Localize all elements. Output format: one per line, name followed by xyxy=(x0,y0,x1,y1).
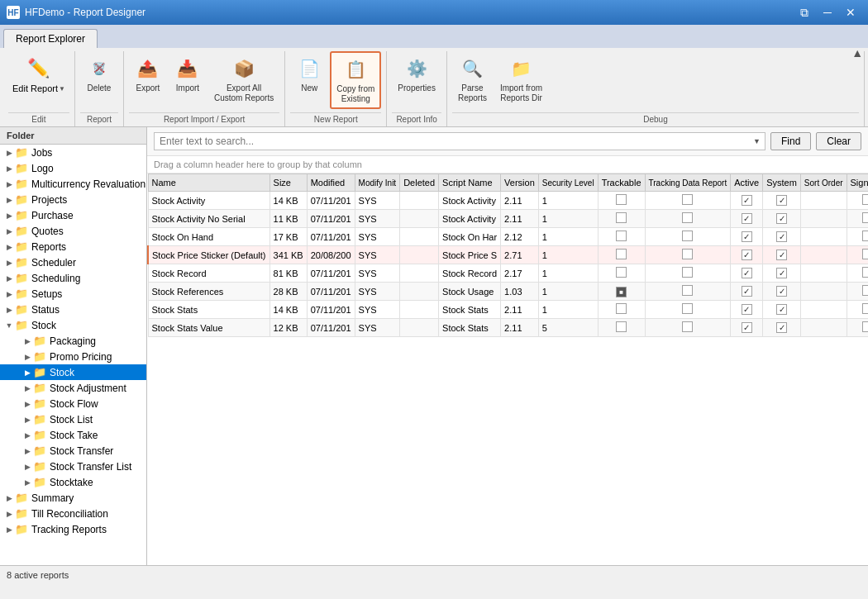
checkbox[interactable] xyxy=(776,250,787,260)
sidebar-item-stock-flow[interactable]: ▶ 📁 Stock Flow xyxy=(0,396,146,411)
col-trackable[interactable]: Trackable xyxy=(598,174,645,192)
checkbox[interactable] xyxy=(862,267,868,278)
col-name[interactable]: Name xyxy=(148,174,269,192)
checkbox[interactable] xyxy=(776,195,787,206)
checkbox[interactable] xyxy=(616,249,627,259)
checkbox[interactable] xyxy=(862,231,868,241)
checkbox[interactable] xyxy=(776,304,787,315)
checkbox[interactable] xyxy=(742,268,752,278)
delete-button[interactable]: ✕🗑️ Delete xyxy=(80,51,118,97)
import-button[interactable]: 📥 Import xyxy=(169,51,207,97)
checkbox[interactable] xyxy=(862,321,868,332)
sidebar-item-packaging[interactable]: ▶ 📁 Packaging xyxy=(0,333,146,349)
checkbox[interactable] xyxy=(776,322,787,333)
col-modify-init[interactable]: Modify Init xyxy=(355,174,400,192)
sidebar-item-summary[interactable]: ▶ 📁 Summary xyxy=(0,490,146,506)
import-from-reports-dir-button[interactable]: 📁 Import fromReports Dir xyxy=(494,51,548,107)
checkbox[interactable] xyxy=(682,249,693,259)
table-row[interactable]: Stock Activity14 KB07/11/201SYSStock Act… xyxy=(148,192,868,210)
checkbox[interactable] xyxy=(616,194,627,205)
col-sort-order[interactable]: Sort Order xyxy=(800,174,847,192)
col-active[interactable]: Active xyxy=(731,174,763,192)
sidebar-item-jobs[interactable]: ▶ 📁 Jobs xyxy=(0,145,146,160)
minimize-btn[interactable]: ─ xyxy=(817,4,838,21)
sidebar-item-promo-pricing[interactable]: ▶ 📁 Promo Pricing xyxy=(0,349,146,364)
checkbox[interactable] xyxy=(862,212,868,223)
checkbox[interactable] xyxy=(616,321,627,332)
checkbox[interactable] xyxy=(682,194,693,205)
checkbox[interactable] xyxy=(616,231,627,241)
checkbox[interactable] xyxy=(862,303,868,314)
sidebar-item-projects[interactable]: ▶ 📁 Projects xyxy=(0,192,146,207)
sidebar-item-purchase[interactable]: ▶ 📁 Purchase xyxy=(0,207,146,223)
tab-report-explorer[interactable]: Report Explorer xyxy=(3,29,98,48)
col-security-level[interactable]: Security Level xyxy=(538,174,598,192)
col-modified[interactable]: Modified xyxy=(307,174,355,192)
checkbox[interactable] xyxy=(776,268,787,278)
col-system[interactable]: System xyxy=(763,174,801,192)
checkbox[interactable] xyxy=(742,286,752,297)
checkbox[interactable] xyxy=(616,212,627,223)
checkbox[interactable] xyxy=(862,194,868,205)
checkbox[interactable] xyxy=(742,213,752,224)
restore-btn[interactable]: ⧉ xyxy=(794,4,815,21)
export-all-custom-button[interactable]: 📦 Export AllCustom Reports xyxy=(208,51,279,107)
table-row[interactable]: Stock Activity No Serial11 KB07/11/201SY… xyxy=(148,210,868,228)
checkbox[interactable] xyxy=(776,231,787,242)
sidebar-item-reports[interactable]: ▶ 📁 Reports xyxy=(0,239,146,254)
col-script-name[interactable]: Script Name xyxy=(439,174,501,192)
checkbox[interactable] xyxy=(862,285,868,296)
checkbox[interactable] xyxy=(616,303,627,314)
col-deleted[interactable]: Deleted xyxy=(400,174,439,192)
sidebar-item-scheduler[interactable]: ▶ 📁 Scheduler xyxy=(0,254,146,270)
find-button[interactable]: Find xyxy=(770,132,811,150)
col-version[interactable]: Version xyxy=(501,174,539,192)
edit-report-button[interactable]: ✏️ Edit Report ▼ xyxy=(8,51,69,97)
sidebar-item-stock-list[interactable]: ▶ 📁 Stock List xyxy=(0,411,146,427)
checkbox[interactable] xyxy=(682,267,693,278)
clear-button[interactable]: Clear xyxy=(816,132,861,150)
sidebar-item-quotes[interactable]: ▶ 📁 Quotes xyxy=(0,223,146,239)
sidebar-item-stock[interactable]: ▼ 📁 Stock xyxy=(0,317,146,333)
checkbox[interactable] xyxy=(616,267,627,278)
table-row[interactable]: Stock Stats Value12 KB07/11/201SYSStock … xyxy=(148,319,868,337)
sidebar-item-stock-adjustment[interactable]: ▶ 📁 Stock Adjustment xyxy=(0,380,146,396)
export-button[interactable]: 📤 Export xyxy=(129,51,167,97)
checkbox[interactable] xyxy=(742,322,752,333)
sidebar-item-stock-take[interactable]: ▶ 📁 Stock Take xyxy=(0,427,146,443)
ribbon-collapse-button[interactable]: ▲ xyxy=(851,46,863,59)
checkbox[interactable] xyxy=(742,250,752,260)
checkbox[interactable] xyxy=(776,213,787,224)
report-table[interactable]: Name Size Modified Modify Init Deleted S… xyxy=(147,174,868,565)
col-size[interactable]: Size xyxy=(269,174,307,192)
checkbox[interactable] xyxy=(742,231,752,242)
table-row[interactable]: Stock Price Sticker (Default)341 KB20/08… xyxy=(148,246,868,264)
sidebar-item-tracking-reports[interactable]: ▶ 📁 Tracking Reports xyxy=(0,521,146,537)
table-row[interactable]: Stock Record81 KB07/11/201SYSStock Recor… xyxy=(148,264,868,283)
sidebar-item-logo[interactable]: ▶ 📁 Logo xyxy=(0,160,146,176)
new-button[interactable]: 📄 New xyxy=(290,51,328,97)
sidebar-item-stock-transfer[interactable]: ▶ 📁 Stock Transfer xyxy=(0,443,146,459)
table-row[interactable]: Stock Stats14 KB07/11/201SYSStock Stats2… xyxy=(148,301,868,319)
checkbox[interactable] xyxy=(742,304,752,315)
sidebar-item-stock-sub[interactable]: ▶ 📁 Stock xyxy=(0,364,146,380)
sidebar-item-status[interactable]: ▶ 📁 Status xyxy=(0,302,146,317)
checkbox[interactable] xyxy=(862,249,868,259)
checkbox[interactable] xyxy=(742,195,752,206)
checkbox[interactable] xyxy=(682,303,693,314)
search-input[interactable] xyxy=(154,132,765,150)
checkbox[interactable] xyxy=(682,285,693,296)
sidebar-item-stocktake[interactable]: ▶ 📁 Stocktake xyxy=(0,474,146,490)
checkbox[interactable] xyxy=(682,321,693,332)
sidebar-item-setups[interactable]: ▶ 📁 Setups xyxy=(0,286,146,302)
checkbox[interactable] xyxy=(616,287,627,297)
sidebar-item-till-reconciliation[interactable]: ▶ 📁 Till Reconciliation xyxy=(0,506,146,521)
checkbox[interactable] xyxy=(682,212,693,223)
copy-from-existing-button[interactable]: 📋 Copy fromExisting xyxy=(330,51,381,109)
close-btn[interactable]: ✕ xyxy=(840,4,861,21)
table-row[interactable]: Stock References28 KB07/11/201SYSStock U… xyxy=(148,283,868,301)
col-signable[interactable]: Signable xyxy=(847,174,868,192)
sidebar-item-multicurrency[interactable]: ▶ 📁 Multicurrency Revaluation xyxy=(0,176,146,192)
checkbox[interactable] xyxy=(776,286,787,297)
col-tracking-data-report[interactable]: Tracking Data Report xyxy=(645,174,731,192)
